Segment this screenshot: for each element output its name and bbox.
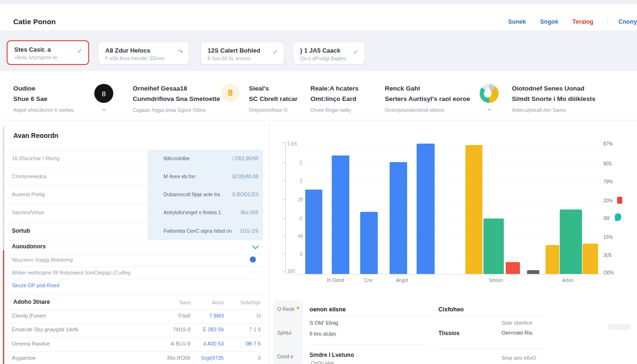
chart-bar: [546, 245, 559, 274]
nav-link-2[interactable]: Sngoè: [540, 18, 558, 25]
feature-item-6[interactable]: Oiotodnef Senes Uonad Slmdt Snorte i Mo …: [512, 83, 595, 113]
panel-divider: [269, 122, 270, 364]
feature-title-line1: Sieal's: [249, 83, 298, 94]
share-row-solwhge: 7 1 9: [227, 327, 261, 332]
report-row-metric: 6tAcoolotbe: [164, 155, 190, 161]
chevron-down-icon[interactable]: [252, 243, 259, 249]
chart-y-axis-cap: [282, 142, 287, 143]
feature-item-3[interactable]: Sieal's SC Cbrelt ratcar Ontysenrofiose …: [249, 83, 298, 113]
stat-card-4[interactable]: } 1 JA5 Caack Qo.o aPrudgi Bagtes ✓: [293, 42, 365, 64]
report-link-row[interactable]: Ahiber wethiogine 08 Retyoaeiol 3oinCieg…: [12, 270, 130, 275]
row-separator: [7, 186, 262, 186]
row-separator: [7, 240, 262, 240]
tab-item-1[interactable]: O Reob: [277, 306, 294, 312]
share-row-saes: 76f19-8: [156, 327, 191, 332]
share-row-atora[interactable]: 7 8M3: [191, 313, 224, 318]
y-axis-tick-label: 3: [300, 178, 302, 183]
bottom-right-footer: Smp ario e6vO: [501, 355, 536, 361]
bottom-panel-footer-title: Smdre I Lvetuno: [309, 352, 354, 358]
card-subtitle: Qo.o aPrudgi Bagtes: [300, 55, 346, 61]
orange-dot-icon: [297, 307, 299, 309]
card-title: Stes Casir. a: [14, 46, 51, 53]
column-header-saes: Saes: [156, 300, 191, 305]
redo-arrow-icon: ↷: [177, 48, 183, 55]
row-separator: [7, 204, 262, 204]
chart-gridline: [294, 165, 601, 166]
share-row-saes: 5'ita6: [156, 313, 191, 318]
nav-link-4[interactable]: Cnonyp Cuon: [608, 18, 637, 25]
legend-teal-marker: [614, 213, 622, 221]
page-title: Catie Ponon: [13, 18, 56, 26]
divider: [309, 344, 429, 345]
placeholder-bar: [608, 324, 631, 330]
report-row-label: Cmolyrieeedos: [12, 173, 46, 179]
stat-card-3[interactable]: 12S Calert Bohled 8.Sou 60 hL iesrers ✓: [200, 42, 284, 64]
blue-dot-icon[interactable]: [250, 256, 256, 263]
divider: [438, 316, 544, 316]
chart-bar: [483, 218, 504, 274]
chart-gridline: [294, 183, 601, 184]
feature-title-line1: Oiotodnef Senes Uonad: [512, 83, 595, 94]
row-separator: [7, 222, 262, 222]
bottom-right-line: Oerrrotei Ris: [501, 330, 532, 336]
section-divider: [0, 120, 637, 120]
bottom-right-title: Cixfoheo: [438, 306, 464, 313]
share-row-name: Clienlp [Funert: [12, 313, 46, 318]
feature-item-1[interactable]: Oudioe Shue 6 Sae Anpot ohrecAcron 6 vwr…: [13, 83, 74, 113]
feature-item-5[interactable]: Renck Gahl Serters Aurtisyl's raol eoroe…: [385, 83, 470, 113]
caret-mark-icon: [102, 109, 106, 110]
report-row-value: Bra 005: [216, 209, 258, 215]
expand-row-label[interactable]: Auoudonors: [12, 243, 46, 250]
feature-title-line1: Reale:A hcaters: [310, 83, 359, 94]
chart-gridline: [294, 257, 601, 257]
tab-item-3[interactable]: Cend e: [277, 354, 293, 359]
report-row-label: 16./Dacichar I Rtong: [12, 155, 59, 161]
stat-card-2[interactable]: A8 Zdur Helocs F eDii Bres hinnder SDnee…: [98, 42, 189, 64]
share-row-atora[interactable]: 4 A00 53: [191, 341, 224, 346]
chart-bar: [506, 262, 520, 274]
chart-bar: [582, 244, 598, 274]
feature-item-2[interactable]: Orneihef Gesaa18 Cunmdrifiova Sna Smetoe…: [133, 83, 220, 113]
report-link-row[interactable]: Nbuceere Soggg Mototomg: [12, 257, 73, 263]
top-nav: Sunek Sngoè Teralog Cnonyp Cuon: [508, 18, 637, 25]
y-axis-tick-label: S: [300, 252, 303, 257]
right-axis-label: 0i9: [603, 216, 610, 221]
share-row-atora[interactable]: Srgi(9735: [191, 355, 224, 361]
y-axis-tick-label: 28: [298, 197, 303, 202]
row-separator: [7, 279, 262, 279]
top-strip: [0, 0, 637, 4]
x-axis-label: Arton: [546, 278, 589, 283]
bottom-panel-line: S Old' Etnig: [309, 320, 338, 326]
feature-title-line2: Omt:linço Eard: [310, 94, 359, 104]
share-row-solwhge: 0: [227, 355, 261, 361]
stat-card-1[interactable]: Stes Casir. a «Betu Ivtymgnon te ✓: [7, 40, 89, 65]
share-row-atora[interactable]: E 383 59: [191, 327, 224, 332]
right-axis-label: 3(/5: [603, 253, 611, 258]
nav-link-3[interactable]: Teralog: [573, 18, 593, 25]
y-axis-tick-label: 2: [300, 160, 302, 165]
report-row-value: S0'(8)/40.88: [216, 173, 258, 179]
report-footer-link[interactable]: Skoze OP pod Roed: [12, 282, 59, 288]
panel-left-edge: [3, 126, 4, 250]
chart-baseline: [286, 274, 601, 274]
x-axis-label: Smorn: [474, 278, 517, 283]
share-row-solwhge[interactable]: 0B:7 5: [227, 341, 261, 346]
share-row-saes: 39o.RO05: [156, 355, 191, 361]
share-row-name: Aygaertoe: [12, 355, 36, 361]
divider: [438, 348, 544, 349]
feature-subtitle: Ocenrp/aeviwriorod otihers: [385, 107, 470, 113]
x-axis-label: H Oslnd: [314, 278, 357, 283]
chart-bar: [560, 209, 582, 274]
report-row-value: 1GS (26: [216, 228, 258, 234]
card-title: } 1 JA5 Caack: [300, 47, 340, 54]
y-axis-tick-label: 1 E6: [287, 141, 297, 146]
report-row-label: Sacrieo/Votun: [12, 209, 45, 215]
badge-glyph: 8: [102, 90, 106, 98]
chart-bar: [465, 145, 482, 274]
nav-link-1[interactable]: Sunek: [508, 18, 526, 25]
report-row-value: S.BOD1J23: [216, 191, 258, 197]
card-title: A8 Zdur Helocs: [105, 47, 150, 54]
column-header-solwhge: Solw/hge: [227, 300, 261, 305]
tab-item-2[interactable]: Sphtui: [277, 330, 291, 336]
feature-item-4[interactable]: Reale:A hcaters Omt:linço Eard Orvee Rng…: [310, 83, 359, 113]
